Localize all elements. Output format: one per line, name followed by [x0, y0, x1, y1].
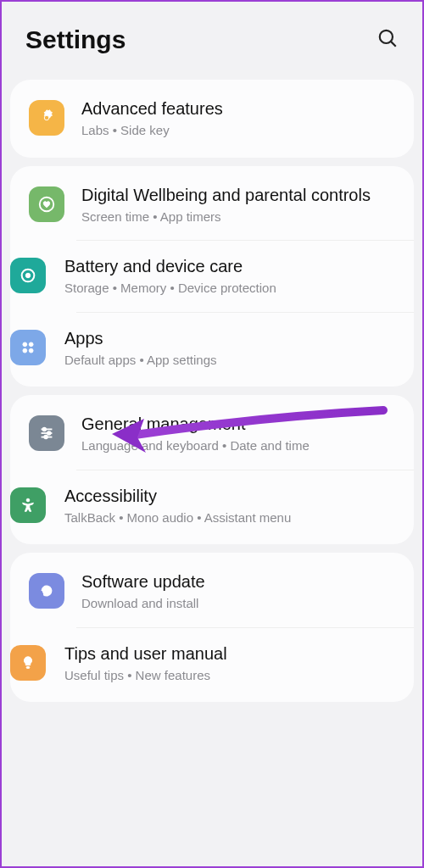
gear-plus-icon — [29, 100, 64, 136]
item-text: Digital Wellbeing and parental controls … — [81, 185, 395, 225]
settings-group-3: General management Language and keyboard… — [10, 395, 414, 544]
item-title: Apps — [64, 328, 395, 349]
svg-point-13 — [47, 431, 51, 435]
svg-rect-17 — [26, 666, 30, 668]
svg-point-15 — [44, 436, 47, 439]
item-sub: Default apps • App settings — [64, 352, 395, 369]
svg-line-1 — [391, 42, 396, 47]
item-title: General management — [81, 414, 395, 435]
item-text: Tips and user manual Useful tips • New f… — [64, 643, 395, 684]
item-text: Battery and device care Storage • Memory… — [64, 256, 395, 297]
svg-point-7 — [29, 342, 33, 346]
search-icon[interactable] — [377, 27, 399, 53]
item-sub: TalkBack • Mono audio • Assistant menu — [64, 509, 395, 526]
item-digital-wellbeing[interactable]: Digital Wellbeing and parental controls … — [10, 170, 414, 241]
item-sub: Labs • Side key — [81, 122, 395, 139]
item-text: Accessibility TalkBack • Mono audio • As… — [64, 486, 395, 526]
refresh-circle-icon — [10, 258, 46, 293]
item-title: Software update — [81, 571, 395, 593]
item-software-update[interactable]: Software update Download and install — [10, 556, 414, 627]
item-sub: Storage • Memory • Device protection — [64, 280, 395, 297]
svg-point-6 — [23, 342, 27, 346]
item-text: Software update Download and install — [81, 571, 395, 612]
item-sub: Useful tips • New features — [64, 667, 395, 684]
settings-group-4: Software update Download and install Tip… — [10, 553, 414, 702]
item-title: Accessibility — [64, 486, 395, 507]
svg-point-16 — [26, 498, 30, 502]
lightbulb-icon — [10, 645, 46, 681]
item-sub: Download and install — [81, 595, 395, 612]
item-sub: Screen time • App timers — [81, 209, 395, 225]
heart-circle-icon — [29, 186, 64, 222]
item-text: Apps Default apps • App settings — [64, 328, 395, 369]
item-advanced-features[interactable]: Advanced features Labs • Side key — [10, 83, 414, 154]
settings-group-1: Advanced features Labs • Side key — [10, 80, 414, 158]
item-battery-care[interactable]: Battery and device care Storage • Memory… — [76, 240, 414, 312]
settings-header: Settings — [2, 2, 422, 71]
download-loop-icon — [29, 573, 64, 609]
settings-group-2: Digital Wellbeing and parental controls … — [10, 166, 414, 387]
item-tips[interactable]: Tips and user manual Useful tips • New f… — [76, 627, 414, 699]
item-text: General management Language and keyboard… — [81, 414, 395, 454]
person-icon — [10, 487, 46, 523]
item-accessibility[interactable]: Accessibility TalkBack • Mono audio • As… — [76, 470, 414, 542]
item-general-management[interactable]: General management Language and keyboard… — [10, 398, 414, 470]
item-title: Advanced features — [81, 98, 395, 120]
item-title: Digital Wellbeing and parental controls — [81, 185, 395, 206]
sliders-icon — [29, 415, 64, 451]
item-text: Advanced features Labs • Side key — [81, 98, 395, 139]
four-dots-icon — [10, 330, 46, 365]
svg-point-8 — [23, 348, 27, 353]
svg-point-9 — [29, 348, 33, 353]
item-title: Battery and device care — [64, 256, 395, 277]
svg-point-11 — [42, 428, 46, 431]
item-sub: Language and keyboard • Date and time — [81, 437, 395, 454]
item-apps[interactable]: Apps Default apps • App settings — [76, 312, 414, 384]
item-title: Tips and user manual — [64, 643, 395, 665]
svg-point-2 — [44, 115, 49, 120]
svg-point-5 — [25, 273, 31, 278]
svg-point-0 — [380, 31, 393, 43]
page-title: Settings — [25, 25, 126, 54]
